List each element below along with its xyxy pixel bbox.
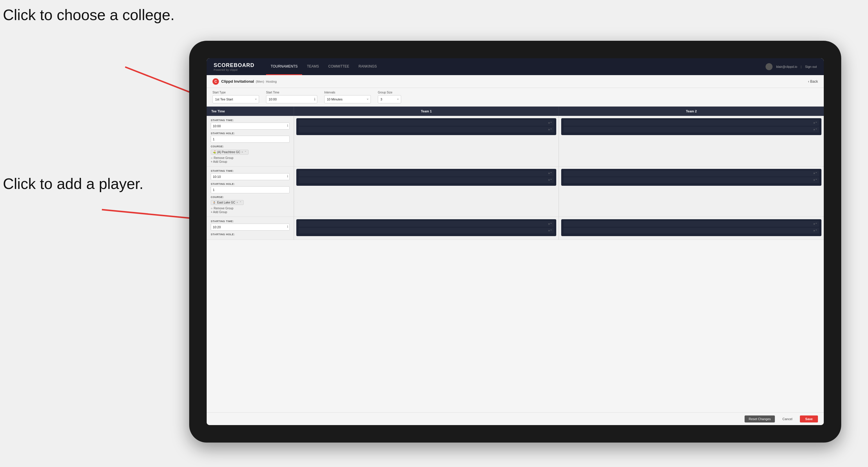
course-x-icon-1[interactable]: × [241,151,243,154]
main-nav: TOURNAMENTS TEAMS COMMITTEE RANKINGS [266,58,766,75]
table-area: Tee Time Team 1 Team 2 STARTING TIME: ℹ … [207,106,824,412]
tablet-screen: SCOREBOARD Powered by clippd TOURNAMENTS… [207,58,824,425]
start-time-wrapper: ℹ [266,95,317,103]
remove-group-1[interactable]: ○ Remove Group [211,156,290,160]
time-info-icon-2: ℹ [287,175,288,178]
course-x-icon-2[interactable]: × [236,201,238,204]
team1-inner-1: × ⌃ × ⌃ [296,118,556,135]
player-slot-1-2[interactable]: × ⌃ [299,127,554,132]
intervals-select[interactable]: 10 Minutes [324,95,371,103]
team2-inner-2: × ⌃ × ⌃ [561,169,822,186]
course-badge-2[interactable]: 🏌 East Lake GC × ⌃ [211,200,244,205]
course-up-icon-1[interactable]: ⌃ [244,151,247,154]
cancel-button[interactable]: Cancel [778,415,796,423]
player-up-icon[interactable]: ⌃ [815,128,817,131]
app-footer: Reset Changes Cancel Save [207,412,824,425]
starting-hole-select-2[interactable]: 1 [211,186,290,193]
player-slot-3-1[interactable]: × ⌃ [299,170,554,177]
player-up-icon[interactable]: ⌃ [815,222,817,226]
player-slot-6-2[interactable]: × ⌃ [563,228,819,234]
team1-cell-1: × ⌃ × ⌃ [294,116,559,166]
starting-time-field-2: ℹ [211,173,290,180]
left-cell-3: STARTING TIME: ℹ STARTING HOLE: [207,217,294,240]
start-time-info-icon: ℹ [314,97,315,101]
team2-cell-2: × ⌃ × ⌃ [559,166,824,217]
player-up-icon[interactable]: ⌃ [550,121,552,125]
starting-hole-label-3: STARTING HOLE: [211,233,290,236]
starting-hole-label-1: STARTING HOLE: [211,132,290,135]
th-team2: Team 2 [559,106,824,116]
player-up-icon[interactable]: ⌃ [815,172,817,175]
flag-icon-2: 🏌 [213,201,216,204]
schedule-row-3: STARTING TIME: ℹ STARTING HOLE: × ⌃ [207,217,824,240]
player-slot-4-1[interactable]: × ⌃ [563,170,819,177]
player-slot-3-2[interactable]: × ⌃ [299,177,554,183]
scoreboard-title: SCOREBOARD [214,62,254,68]
save-button[interactable]: Save [800,415,818,423]
team2-cell-1: × ⌃ × ⌃ [559,116,824,166]
time-info-icon-1: ℹ [287,124,288,127]
intervals-select-wrapper: 10 Minutes [324,95,371,103]
nav-tournaments[interactable]: TOURNAMENTS [266,58,302,75]
flag-icon: ⛳ [213,151,216,153]
table-header-row: Tee Time Team 1 Team 2 [207,106,824,116]
group-size-select[interactable]: 3 [378,95,401,103]
player-slot-4-2[interactable]: × ⌃ [563,177,819,183]
player-slot-5-2[interactable]: × ⌃ [299,228,554,234]
left-cell-1: STARTING TIME: ℹ STARTING HOLE: 1 COURSE… [207,116,294,166]
nav-rankings[interactable]: RANKINGS [354,58,382,75]
starting-time-label-3: STARTING TIME: [211,220,290,223]
th-team1: Team 1 [294,106,559,116]
start-type-label: Start Type [213,91,259,94]
player-up-icon[interactable]: ⌃ [550,222,552,226]
player-up-icon[interactable]: ⌃ [815,229,817,232]
player-slot-1-1[interactable]: × ⌃ [299,120,554,126]
player-slot-6-1[interactable]: × ⌃ [563,221,819,227]
nav-committee[interactable]: COMMITTEE [324,58,354,75]
course-name-1: (A) Peachtree GC [217,151,240,154]
team1-cell-2: × ⌃ × ⌃ [294,166,559,217]
course-up-icon-2[interactable]: ⌃ [239,201,242,204]
remove-group-2[interactable]: ○ Remove Group [211,207,290,210]
player-up-icon[interactable]: ⌃ [815,121,817,125]
starting-time-input-3[interactable] [211,224,290,230]
starting-time-label-2: STARTING TIME: [211,169,290,173]
player-slot-2-1[interactable]: × ⌃ [563,120,819,126]
schedule-row-2: STARTING TIME: ℹ STARTING HOLE: 1 COURSE… [207,166,824,217]
app-header: SCOREBOARD Powered by clippd TOURNAMENTS… [207,58,824,75]
starting-hole-select-1[interactable]: 1 [211,136,290,143]
starting-time-input-1[interactable] [211,123,290,130]
player-up-icon[interactable]: ⌃ [550,128,552,131]
team1-inner-2: × ⌃ × ⌃ [296,169,556,186]
player-up-icon[interactable]: ⌃ [550,179,552,182]
start-time-label: Start Time [266,91,317,94]
group-size-select-wrapper: 3 [378,95,401,103]
reset-changes-button[interactable]: Reset Changes [745,415,775,423]
sign-out-link[interactable]: Sign out [805,65,817,68]
team2-cell-3: × ⌃ × ⌃ [559,217,824,240]
remove-icon-1: ○ [211,156,213,160]
tournament-name: Clippd Invitational [221,79,254,84]
player-up-icon[interactable]: ⌃ [550,172,552,175]
start-time-input[interactable] [266,95,317,103]
left-cell-2: STARTING TIME: ℹ STARTING HOLE: 1 COURSE… [207,166,294,217]
schedule-row-1: STARTING TIME: ℹ STARTING HOLE: 1 COURSE… [207,116,824,166]
player-up-icon[interactable]: ⌃ [550,229,552,232]
starting-time-input-2[interactable] [211,173,290,180]
add-group-2[interactable]: + Add Group [211,211,290,214]
nav-teams[interactable]: TEAMS [302,58,323,75]
player-slot-5-1[interactable]: × ⌃ [299,221,554,227]
schedule-scroll-area[interactable]: STARTING TIME: ℹ STARTING HOLE: 1 COURSE… [207,116,824,412]
hosting-badge: Hosting [266,80,277,83]
course-label-1: COURSE: [211,145,290,148]
player-slot-2-2[interactable]: × ⌃ [563,127,819,132]
team1-inner-3: × ⌃ × ⌃ [296,219,556,236]
add-group-1[interactable]: + Add Group [211,160,290,163]
course-name-2: East Lake GC [217,201,235,204]
player-up-icon[interactable]: ⌃ [815,179,817,182]
start-time-group: Start Time ℹ [266,91,317,103]
remove-icon-2: ○ [211,207,213,210]
start-type-select[interactable]: 1st Tee Start [213,95,259,103]
back-button[interactable]: ‹ Back [808,80,818,84]
course-badge-1[interactable]: ⛳ (A) Peachtree GC × ⌃ [211,150,249,155]
